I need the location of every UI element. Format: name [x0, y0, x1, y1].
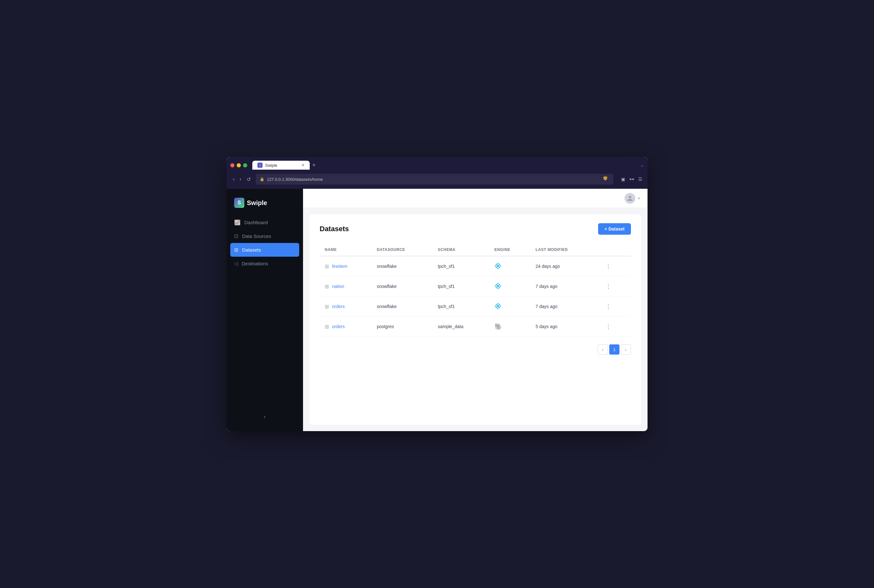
table-row: ⊞ orders postgres sample_data 🐘 5 days a…	[320, 316, 631, 337]
expand-button[interactable]: ⌄	[641, 163, 644, 167]
forward-button[interactable]: ›	[238, 175, 242, 183]
cell-last-modified: 7 days ago	[530, 276, 598, 297]
sidebar-item-data-sources[interactable]: ⊡ Data Sources	[227, 229, 303, 243]
add-dataset-button[interactable]: + Dataset	[598, 223, 631, 235]
col-name: NAME	[320, 244, 372, 256]
table-grid-icon: ⊞	[325, 304, 329, 310]
cell-actions: ⋮	[598, 276, 631, 297]
cell-last-modified: 24 days ago	[530, 256, 598, 276]
close-button[interactable]	[230, 163, 234, 167]
address-bar: ‹ › ↺ 🔒 127.0.0.1:3000/datasets/home 🦁 ▣…	[227, 171, 647, 188]
reader-view-button[interactable]: ▣	[621, 177, 625, 182]
cell-datasource: snowflake	[372, 276, 432, 297]
cell-name: ⊞ lineitem	[320, 256, 372, 276]
dataset-name-link[interactable]: orders	[332, 304, 345, 309]
window-controls	[230, 163, 247, 167]
col-datasource: DATASOURCE	[372, 244, 432, 256]
next-page-button[interactable]: ›	[621, 344, 631, 355]
browser-chrome: S Swiple ✕ + ⌄ ‹ › ↺ 🔒 127.0.0.1:3000/da…	[227, 157, 647, 189]
more-options-button[interactable]: ⋮	[603, 322, 614, 331]
cell-name: ⊞ nation	[320, 276, 372, 297]
refresh-button[interactable]: ↺	[245, 175, 252, 184]
minimize-button[interactable]	[237, 163, 241, 167]
col-engine: ENGINE	[489, 244, 530, 256]
avatar-chevron-icon: ▾	[638, 196, 640, 201]
datasets-table: NAME DATASOURCE SCHEMA ENGINE LAST MODIF…	[320, 244, 631, 337]
main-content: ▾ Datasets + Dataset NAME DATASOURCE SCH…	[303, 189, 647, 431]
sidebar-item-label: Data Sources	[242, 233, 271, 239]
browser-tools: ▣ 👓 ☰	[621, 177, 643, 182]
menu-button[interactable]: ☰	[638, 177, 643, 182]
table-grid-icon: ⊞	[325, 324, 329, 330]
page-title: Datasets	[320, 225, 349, 233]
new-tab-button[interactable]: +	[312, 162, 316, 169]
table-row: ⊞ nation snowflake tpch_sf1 7 days ago ⋮	[320, 276, 631, 297]
table-grid-icon: ⊞	[325, 284, 329, 290]
cell-last-modified: 7 days ago	[530, 297, 598, 316]
user-menu[interactable]: ▾	[625, 193, 640, 204]
nav-buttons: ‹ › ↺	[231, 175, 252, 184]
brave-icon: 🦁	[602, 176, 610, 183]
dataset-name-link[interactable]: orders	[332, 324, 345, 329]
pagination: ‹ 1 ›	[320, 344, 631, 355]
cell-actions: ⋮	[598, 316, 631, 337]
cell-schema: sample_data	[433, 316, 489, 337]
cell-datasource: snowflake	[372, 256, 432, 276]
sidebar-collapse-button[interactable]: ‹	[227, 409, 303, 425]
sidebar-item-destinations[interactable]: ◁ Destinations	[227, 257, 303, 270]
tab-close-icon[interactable]: ✕	[302, 163, 305, 167]
cell-name: ⊞ orders	[320, 316, 372, 337]
col-schema: SCHEMA	[433, 244, 489, 256]
more-options-button[interactable]: ⋮	[603, 302, 614, 311]
table-header: NAME DATASOURCE SCHEMA ENGINE LAST MODIF…	[320, 244, 631, 256]
logo-icon: S	[234, 198, 244, 208]
cell-engine	[489, 297, 530, 316]
cell-engine	[489, 256, 530, 276]
table-body: ⊞ lineitem snowflake tpch_sf1 24 days ag…	[320, 256, 631, 337]
back-button[interactable]: ‹	[231, 175, 236, 183]
glasses-button[interactable]: 👓	[629, 177, 634, 182]
sidebar-item-label: Dashboard	[244, 220, 267, 225]
table-row: ⊞ orders snowflake tpch_sf1 7 days ago ⋮	[320, 297, 631, 316]
dataset-name-link[interactable]: nation	[332, 284, 344, 289]
cell-last-modified: 5 days ago	[530, 316, 598, 337]
table-row: ⊞ lineitem snowflake tpch_sf1 24 days ag…	[320, 256, 631, 276]
top-header: ▾	[303, 189, 647, 208]
cell-actions: ⋮	[598, 297, 631, 316]
cell-engine	[489, 276, 530, 297]
logo-text: Swiple	[247, 199, 267, 207]
sidebar-item-label: Destinations	[242, 261, 268, 266]
app-layout: S Swiple 📈 Dashboard ⊡ Data Sources ⊞ Da…	[227, 189, 647, 431]
user-avatar[interactable]	[625, 193, 635, 204]
sidebar-item-datasets[interactable]: ⊞ Datasets	[230, 243, 299, 257]
security-icon: 🔒	[260, 177, 264, 182]
dashboard-icon: 📈	[234, 219, 240, 225]
more-options-button[interactable]: ⋮	[603, 261, 614, 271]
sidebar-logo: S Swiple	[227, 195, 303, 216]
data-sources-icon: ⊡	[234, 233, 238, 239]
col-actions	[598, 244, 631, 256]
datasets-panel: Datasets + Dataset NAME DATASOURCE SCHEM…	[309, 214, 641, 425]
page-1-button[interactable]: 1	[609, 344, 619, 355]
dataset-name-link[interactable]: lineitem	[332, 264, 347, 269]
more-options-button[interactable]: ⋮	[603, 282, 614, 291]
datasets-icon: ⊞	[234, 247, 238, 253]
sidebar-item-dashboard[interactable]: 📈 Dashboard	[227, 216, 303, 229]
table-grid-icon: ⊞	[325, 263, 329, 270]
col-last-modified: LAST MODIFIED	[530, 244, 598, 256]
tab-favicon: S	[257, 163, 263, 168]
cell-datasource: postgres	[372, 316, 432, 337]
cell-actions: ⋮	[598, 256, 631, 276]
url-display: 127.0.0.1:3000/datasets/home	[267, 177, 600, 182]
browser-window: S Swiple ✕ + ⌄ ‹ › ↺ 🔒 127.0.0.1:3000/da…	[227, 157, 647, 431]
maximize-button[interactable]	[243, 163, 247, 167]
active-tab[interactable]: S Swiple ✕	[252, 161, 310, 170]
sidebar: S Swiple 📈 Dashboard ⊡ Data Sources ⊞ Da…	[227, 189, 303, 431]
cell-schema: tpch_sf1	[433, 297, 489, 316]
cell-schema: tpch_sf1	[433, 276, 489, 297]
prev-page-button[interactable]: ‹	[598, 344, 608, 355]
address-bar-input[interactable]: 🔒 127.0.0.1:3000/datasets/home 🦁	[256, 174, 613, 184]
destinations-icon: ◁	[234, 261, 238, 267]
cell-schema: tpch_sf1	[433, 256, 489, 276]
cell-datasource: snowflake	[372, 297, 432, 316]
